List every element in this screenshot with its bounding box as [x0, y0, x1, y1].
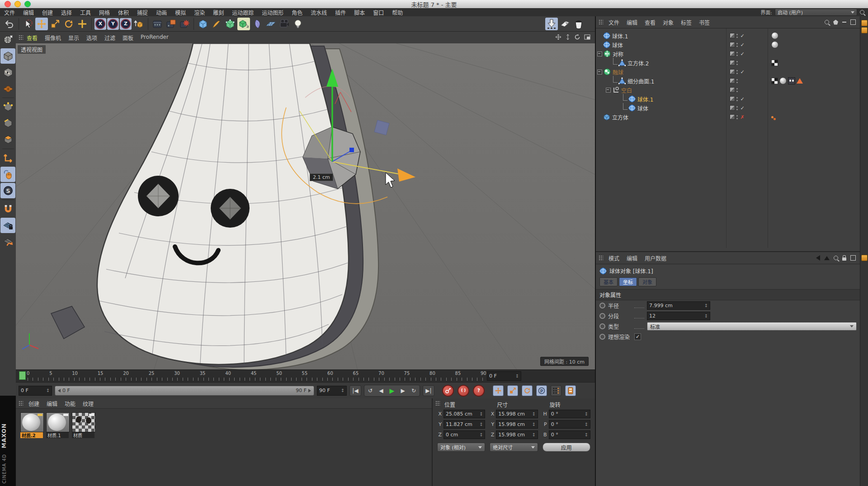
- expand-toggle[interactable]: [606, 88, 611, 93]
- layer-chip[interactable]: [730, 114, 735, 120]
- viewport-canvas[interactable]: 透视视图 2.1 cm 网格间距 : 10 cm: [16, 43, 595, 369]
- next-frame-button[interactable]: ▶: [397, 386, 408, 396]
- material-tag-icon[interactable]: [779, 77, 787, 84]
- attribute-menu-item[interactable]: 用户数据: [641, 254, 670, 262]
- search-icon[interactable]: [834, 256, 838, 260]
- layer-chip[interactable]: [730, 42, 735, 47]
- section-header[interactable]: 对象属性: [596, 289, 860, 300]
- timeline-ruler[interactable]: 051015202530354045505560657075808590 0 F…: [16, 369, 595, 383]
- attribute-menu-item[interactable]: 模式: [605, 254, 623, 262]
- animation-dot-icon[interactable]: [599, 313, 605, 319]
- enable-check[interactable]: ✓: [739, 42, 745, 48]
- menu-item[interactable]: 流水线: [307, 9, 331, 16]
- coordinate-system-button[interactable]: [132, 18, 145, 30]
- live-selection-tool[interactable]: [22, 18, 34, 30]
- object-row[interactable]: 立方体.2: [596, 58, 860, 67]
- render-to-picture-viewer-button[interactable]: [165, 18, 177, 30]
- material-menu-item[interactable]: 创建: [25, 400, 43, 407]
- object-manager-menu-item[interactable]: 书签: [695, 19, 713, 26]
- add-camera-button[interactable]: [278, 18, 291, 30]
- material-item[interactable]: 材质.2: [20, 412, 43, 438]
- enable-check[interactable]: ✓: [739, 69, 745, 75]
- expand-toggle[interactable]: [597, 51, 602, 56]
- layout-brush-button[interactable]: [559, 18, 571, 30]
- material-menu-item[interactable]: 功能: [61, 400, 79, 407]
- zoom-view-icon[interactable]: [565, 34, 571, 42]
- add-deformer-button[interactable]: [251, 18, 264, 30]
- visibility-dots[interactable]: [736, 61, 738, 62]
- dot-tags-icon[interactable]: [771, 116, 774, 118]
- enable-check[interactable]: ✗: [739, 114, 745, 120]
- enable-check[interactable]: ✓: [739, 105, 745, 111]
- lock-y-axis-button[interactable]: Y: [107, 18, 119, 30]
- layer-chip[interactable]: [730, 96, 735, 102]
- magnet-tool-button[interactable]: [0, 201, 15, 217]
- selection-tag-icon[interactable]: [797, 78, 803, 84]
- start-frame-field[interactable]: 0 F ↕: [19, 386, 52, 396]
- panel-icon[interactable]: [850, 19, 856, 25]
- position-y-field[interactable]: 11.827 cm↕: [443, 420, 485, 429]
- texture-mode-button[interactable]: [0, 65, 15, 80]
- key-pla-toggle[interactable]: [551, 385, 561, 396]
- animation-dot-icon[interactable]: [599, 323, 605, 329]
- viewport-menu-item[interactable]: 摄像机: [41, 34, 65, 42]
- material-tag-icon[interactable]: [771, 41, 778, 48]
- search-icon[interactable]: [825, 20, 829, 24]
- material-menu-item[interactable]: 纹理: [79, 400, 97, 407]
- object-manager-menu-item[interactable]: 标签: [677, 19, 695, 26]
- previous-frame-button[interactable]: ◀: [376, 386, 387, 396]
- attribute-tab[interactable]: 坐标: [619, 277, 637, 286]
- move-tool[interactable]: [35, 18, 48, 30]
- menu-item[interactable]: 文件: [0, 9, 19, 16]
- open-timeline-button[interactable]: [565, 385, 576, 396]
- cursor-up-icon[interactable]: [824, 256, 830, 260]
- size-mode-dropdown[interactable]: 绝对尺寸: [490, 443, 538, 452]
- toggle-view-icon[interactable]: [584, 34, 590, 41]
- texture-tag-icon[interactable]: [788, 77, 795, 84]
- menu-item[interactable]: 捕捉: [133, 9, 152, 16]
- animation-dot-icon[interactable]: [599, 334, 605, 340]
- search-icon[interactable]: [860, 10, 864, 14]
- last-tool-button[interactable]: [76, 18, 89, 30]
- go-to-start-button[interactable]: |◀: [349, 385, 361, 396]
- material-item[interactable]: 材质: [72, 412, 94, 438]
- panel-tab-icon[interactable]: [861, 255, 868, 261]
- undo-button[interactable]: [3, 18, 16, 30]
- visibility-dots[interactable]: [736, 70, 738, 71]
- lock-z-axis-button[interactable]: Z: [120, 18, 132, 30]
- viewport-menu-item[interactable]: 显示: [65, 34, 83, 42]
- menu-item[interactable]: 选择: [57, 9, 76, 16]
- coordinate-mode-dropdown[interactable]: 对象 (相对): [437, 443, 485, 452]
- key-scale-toggle[interactable]: [507, 385, 518, 396]
- rotation-b-field[interactable]: 0 °↕: [549, 430, 590, 439]
- enable-check[interactable]: ✓: [739, 51, 745, 57]
- layer-chip[interactable]: [730, 51, 735, 56]
- menu-item[interactable]: 工具: [76, 9, 95, 16]
- home-icon[interactable]: [833, 20, 838, 25]
- object-manager-menu-item[interactable]: 对象: [659, 19, 677, 26]
- menu-item[interactable]: 运动图形: [258, 9, 288, 16]
- menu-item[interactable]: 体积: [114, 9, 133, 16]
- key-rotation-toggle[interactable]: [522, 385, 533, 396]
- panel-grip-icon[interactable]: [19, 401, 23, 406]
- layer-chip[interactable]: [730, 69, 735, 75]
- snap-button[interactable]: S: [0, 183, 15, 198]
- scale-tool[interactable]: [49, 18, 61, 30]
- go-to-end-button[interactable]: ▶|: [423, 385, 434, 396]
- menu-item[interactable]: 脚本: [350, 9, 369, 16]
- viewport-menu-item[interactable]: 查看: [23, 34, 41, 42]
- type-dropdown[interactable]: 标准: [647, 322, 857, 331]
- menu-item[interactable]: 帮助: [388, 9, 407, 16]
- viewport-menu-item[interactable]: 选项: [83, 34, 101, 42]
- uvw-tag-icon[interactable]: [771, 60, 778, 66]
- rotation-h-field[interactable]: 0 °↕: [549, 410, 590, 418]
- menu-item[interactable]: 编辑: [19, 9, 38, 16]
- layer-chip[interactable]: [730, 87, 735, 93]
- uv-workplane-button[interactable]: [0, 81, 15, 96]
- rotate-view-icon[interactable]: [574, 34, 580, 42]
- add-subdivision-surface-button[interactable]: [224, 18, 236, 30]
- menu-item[interactable]: 网格: [95, 9, 114, 16]
- apply-button[interactable]: 应用: [542, 443, 590, 452]
- object-row[interactable]: 球体 ✓: [596, 103, 860, 112]
- object-row[interactable]: 融球 ✓: [596, 67, 860, 76]
